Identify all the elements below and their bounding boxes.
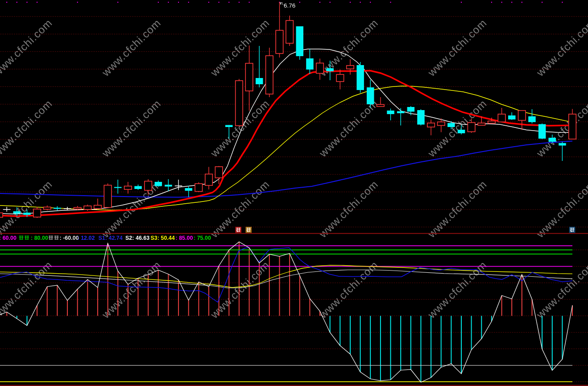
svg-text:: 60.00: : 60.00 — [0, 235, 17, 241]
svg-text:: 85.00: : 85.00 — [176, 235, 193, 241]
svg-text:: 12.02: : 12.02 — [78, 235, 95, 241]
svg-text:S2: 46.63: S2: 46.63 — [125, 235, 149, 241]
svg-text:6.76: 6.76 — [284, 2, 295, 9]
svg-text:: 75.00: : 75.00 — [194, 235, 211, 241]
svg-text:: 80.00: : 80.00 — [31, 235, 48, 241]
svg-text:: -60.00: : -60.00 — [60, 235, 79, 241]
svg-text:S1: 42.74: S1: 42.74 — [99, 235, 123, 241]
svg-text:S3: 50.44: S3: 50.44 — [151, 235, 175, 241]
